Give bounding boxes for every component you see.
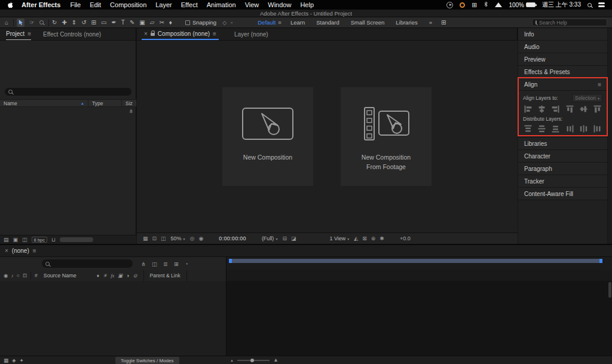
- column-size[interactable]: Siz: [122, 100, 136, 106]
- menu-item[interactable]: Window: [268, 1, 291, 8]
- align-left-icon[interactable]: [524, 105, 532, 113]
- collapsed-panel-bar[interactable]: Preview: [518, 53, 607, 65]
- orbit-camera-tool-icon[interactable]: ↻: [52, 19, 57, 27]
- menu-bar-clock[interactable]: 週三 上午 3:33: [542, 1, 581, 9]
- new-composition-from-footage-card[interactable]: New Composition From Footage: [341, 87, 432, 186]
- draft-3d-icon[interactable]: ◫: [152, 261, 157, 267]
- panel-menu-icon[interactable]: ≡: [213, 30, 216, 37]
- hand-tool-icon[interactable]: ☞: [29, 19, 35, 27]
- dolly-camera-tool-icon[interactable]: ⇕: [72, 19, 76, 27]
- exposure-value[interactable]: +0.0: [400, 235, 411, 241]
- effects-icon[interactable]: ✳: [103, 273, 107, 279]
- selection-tool-icon[interactable]: [17, 19, 25, 27]
- distribute-top-icon[interactable]: [524, 125, 532, 133]
- workspace-tab[interactable]: Libraries: [396, 19, 420, 26]
- expand-layer-switches-icon[interactable]: ▦: [4, 357, 8, 363]
- project-search-input[interactable]: [16, 89, 128, 95]
- timeline-search-field[interactable]: [42, 259, 133, 268]
- panel-menu-icon[interactable]: ≡: [598, 81, 601, 88]
- expand-inout-icon[interactable]: ✦: [20, 357, 24, 363]
- bit-depth-button[interactable]: 8 bpc: [32, 237, 47, 243]
- collapsed-panel-bar[interactable]: Tracker: [518, 175, 607, 187]
- timeline-search-input[interactable]: [53, 261, 129, 267]
- menu-item[interactable]: Effect: [181, 1, 198, 8]
- distribute-left-icon[interactable]: [566, 125, 574, 133]
- resolution-dropdown[interactable]: (Full) ▾: [262, 235, 278, 241]
- video-visibility-icon[interactable]: ◉: [4, 273, 8, 279]
- toggle-switches-modes-button[interactable]: Toggle Switches / Modes: [115, 357, 179, 364]
- spotlight-search-icon[interactable]: [587, 3, 592, 7]
- rotation-tool-icon[interactable]: ↺: [81, 19, 86, 27]
- project-flowchart-icon[interactable]: ⋔: [128, 108, 133, 114]
- time-ruler[interactable]: [227, 257, 612, 270]
- column-name[interactable]: Name ▲: [0, 100, 88, 106]
- hide-shy-layers-icon[interactable]: ≣: [163, 261, 168, 267]
- frame-blend-switch-icon[interactable]: ▣: [118, 273, 123, 279]
- mask-visibility-icon[interactable]: ⊡: [152, 235, 157, 241]
- align-top-icon[interactable]: [566, 105, 574, 113]
- snap-options-icon[interactable]: ◇: [222, 20, 227, 26]
- eraser-tool-icon[interactable]: ▱: [150, 19, 155, 27]
- collapsed-panel-bar[interactable]: Character: [518, 150, 607, 162]
- workspace-tab[interactable]: Default ≡: [258, 19, 281, 26]
- zoom-slider-track[interactable]: [237, 360, 270, 361]
- project-scrollbar[interactable]: [60, 237, 93, 242]
- align-panel-header[interactable]: Align ≡: [518, 78, 607, 90]
- workspace-tab[interactable]: Learn: [290, 19, 307, 26]
- frame-blending-icon[interactable]: ⊞: [174, 261, 179, 267]
- distribute-horizontal-center-icon[interactable]: [580, 125, 587, 133]
- zoom-in-icon[interactable]: ▲: [273, 357, 279, 363]
- zoom-out-icon[interactable]: ▲: [230, 359, 234, 362]
- menu-item[interactable]: File: [70, 1, 81, 8]
- solo-icon[interactable]: ○: [17, 273, 20, 279]
- menu-item[interactable]: Layer: [155, 1, 172, 8]
- parent-link-column[interactable]: Parent & Link: [143, 270, 187, 281]
- home-icon[interactable]: ⌂: [5, 19, 8, 27]
- clone-stamp-tool-icon[interactable]: ▣: [139, 19, 145, 27]
- fast-previews-icon[interactable]: ⊟: [282, 235, 287, 241]
- source-name-column[interactable]: Source Name: [44, 273, 76, 279]
- collapsed-panel-bar[interactable]: Info: [518, 28, 607, 40]
- panel-menu-icon[interactable]: ≡: [33, 247, 36, 254]
- lock-icon[interactable]: ⊡: [23, 273, 27, 279]
- motion-blur-switch-icon[interactable]: ◑: [126, 273, 129, 279]
- control-center-icon[interactable]: [598, 2, 605, 7]
- view-layout-dropdown[interactable]: 1 View ▾: [329, 235, 349, 241]
- delete-item-icon[interactable]: ⊔: [51, 237, 56, 243]
- pan-camera-tool-icon[interactable]: ✚: [62, 19, 66, 27]
- new-composition-card[interactable]: New Composition: [222, 87, 313, 186]
- composition-mini-flowchart-icon[interactable]: ⋔: [141, 261, 146, 267]
- exposure-icon[interactable]: ✱: [380, 235, 384, 241]
- workspace-tab[interactable]: Standard: [316, 19, 342, 26]
- show-snapshot-icon[interactable]: ◉: [198, 235, 203, 241]
- menu-item[interactable]: Help: [300, 1, 314, 8]
- timeline-track-area[interactable]: [227, 281, 612, 356]
- transparency-grid-icon[interactable]: ▦: [143, 235, 148, 241]
- workspace-overflow-chevron[interactable]: »: [429, 19, 432, 26]
- sort-ascending-icon[interactable]: ▲: [77, 102, 84, 105]
- snapping-toggle[interactable]: Snapping: [185, 19, 216, 26]
- distribute-right-icon[interactable]: [593, 125, 601, 133]
- new-composition-icon[interactable]: ◫: [22, 237, 27, 243]
- layer-list-area[interactable]: [0, 281, 227, 356]
- region-of-interest-icon[interactable]: ◫: [161, 235, 166, 241]
- menu-item[interactable]: Animation: [207, 1, 236, 8]
- 3d-layer-icon[interactable]: ⊙: [133, 273, 137, 279]
- menu-item[interactable]: Composition: [110, 1, 146, 8]
- align-vertical-center-icon[interactable]: [580, 105, 587, 113]
- timeline-vertical-scrollbar[interactable]: [608, 282, 611, 298]
- project-search-field[interactable]: [5, 88, 131, 96]
- pan-behind-tool-icon[interactable]: ⊞: [91, 19, 96, 27]
- audio-icon[interactable]: ♪: [11, 273, 13, 279]
- menu-item[interactable]: Edit: [90, 1, 101, 8]
- menu-item[interactable]: View: [245, 1, 259, 8]
- align-horizontal-center-icon[interactable]: [538, 105, 546, 113]
- layer-number-column[interactable]: #: [35, 273, 38, 279]
- app-menu-title[interactable]: After Effects: [22, 1, 60, 8]
- interpret-footage-icon[interactable]: ▤: [4, 237, 9, 243]
- show-channel-icon[interactable]: ◭: [354, 235, 358, 241]
- zoom-tool-icon[interactable]: [39, 19, 44, 27]
- pixel-aspect-icon[interactable]: ⊕: [371, 235, 376, 241]
- fx-badge[interactable]: fx: [111, 273, 114, 279]
- magnification-dropdown[interactable]: 50% ▾: [171, 235, 185, 241]
